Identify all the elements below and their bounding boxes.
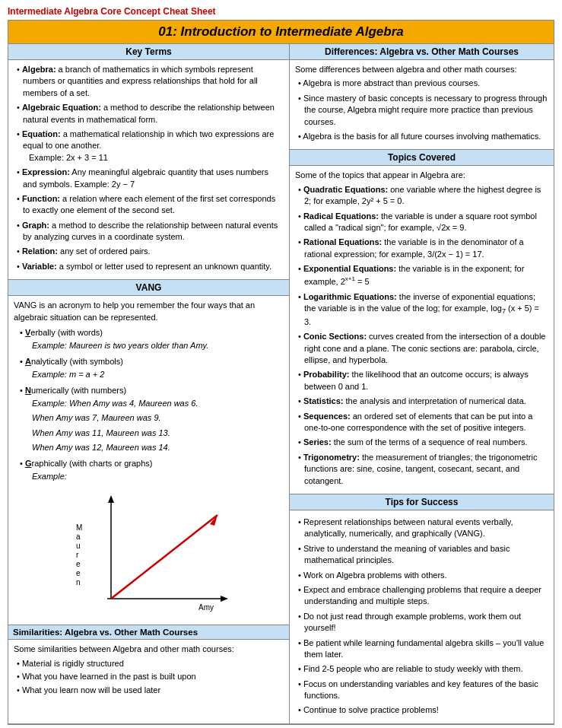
graph-svg: M a u r e e n Amy [65,492,233,614]
vang-verbal-example: Example: Maureen is two years older than… [32,340,284,351]
vang-numerical: • Numerically (with numbers) [20,385,284,396]
svg-text:n: n [76,578,81,587]
vang-numerical-example2: When Amy was 7, Maureen was 9. [32,412,284,424]
vang-analytical: • Analytically (with symbols) [20,356,284,367]
topic-exponential: Exponential Equations: [303,264,396,273]
equation-example: Example: 2x + 3 = 11 [29,153,108,162]
key-terms-content: Algebra: a branch of mathematics in whic… [8,60,289,280]
list-item: Probability: the likelihood that an outc… [295,369,548,393]
tips-content: Represent relationships between natural … [290,510,554,723]
vang-numerical-example3: When Amy was 11, Maureen was 13. [32,428,284,439]
list-item: Strive to understand the meaning of vari… [295,543,548,567]
list-item: What you learn now will be used later [14,685,284,696]
tips-header: Tips for Success [290,494,554,510]
main-title: 01: Introduction to Intermediate Algebra [8,20,554,44]
list-item: Sequences: an ordered set of elements th… [295,411,548,434]
topics-content: Some of the topics that appear in Algebr… [290,166,554,494]
list-item: Logarithmic Equations: the inverse of ex… [295,291,548,329]
vang-v: V [25,328,30,337]
topic-statistics: Statistics: [303,396,344,405]
svg-text:M: M [76,523,82,532]
term-graph: Graph: [22,221,49,230]
term-relation: Relation: [22,246,58,256]
differences-intro: Some differences between algebra and oth… [295,64,548,75]
topic-quadratic: Quadratic Equations: [303,185,388,194]
key-terms-list: Algebra: a branch of mathematics in whic… [14,64,284,272]
vang-graphical-example-label: Example: [32,471,284,482]
similarities-header: Similarities: Algebra vs. Other Math Cou… [8,625,289,640]
term-algebraic-equation: Algebraic Equation: [22,103,101,112]
topic-trigonometry: Trigonometry: [303,453,360,462]
page: Intermediate Algebra Core Concept Cheat … [0,0,562,728]
svg-text:e: e [76,560,81,568]
list-item: Quadratic Equations: one variable where … [295,184,548,208]
term-function: Function: [22,194,60,203]
svg-line-4 [111,515,217,599]
term-expression: Expression: [22,167,70,176]
list-item: Exponential Equations: the variable is i… [295,263,548,288]
term-equation: Equation: [22,129,61,138]
top-title: Intermediate Algebra Core Concept Cheat … [8,6,554,17]
vang-intro: VANG is an acronym to help you remember … [14,300,284,323]
list-item: Algebraic Equation: a method to describe… [14,102,284,126]
topics-list: Quadratic Equations: one variable where … [295,184,548,487]
list-item: Trigonometry: the measurement of triangl… [295,452,548,487]
vang-numerical-example1: Example: When Amy was 4, Maureen was 6. [32,398,284,409]
topic-probability: Probability: [303,370,350,379]
topic-conic: Conic Sections: [303,332,367,341]
list-item: Statistics: the analysis and interpretat… [295,396,548,407]
vang-analytical-example: Example: m = a + 2 [32,369,284,380]
list-item: Since mastery of basic concepts is neces… [295,93,548,128]
similarities-intro: Some similarities between Algebra and ot… [14,644,284,655]
list-item: Algebra is the basis for all future cour… [295,131,548,142]
svg-text:Amy: Amy [198,603,214,612]
left-column: Key Terms Algebra: a branch of mathemati… [8,44,290,723]
list-item: Continue to solve practice problems! [295,704,548,716]
topic-radical: Radical Equations: [303,211,379,221]
vang-content: VANG is an acronym to help you remember … [8,296,289,625]
list-item: Expression: Any meaningful algebraic qua… [14,167,284,190]
list-item: Be patient while learning fundamental al… [295,637,548,661]
differences-header: Differences: Algebra vs. Other Math Cour… [290,44,554,60]
footer: How to Use This Cheat Sheet: These are t… [8,724,554,728]
list-item: What you have learned in the past is bui… [14,671,284,682]
svg-text:a: a [76,532,81,541]
term-algebra: Algebra: [22,65,56,74]
vang-header: VANG [8,280,289,296]
list-item: Equation: a mathematical relationship in… [14,129,284,164]
similarities-content: Some similarities between Algebra and ot… [8,640,289,701]
svg-text:u: u [76,542,81,550]
list-item: Variable: a symbol or letter used to rep… [14,261,284,272]
list-item: Material is rigidly structured [14,658,284,669]
key-terms-header: Key Terms [8,44,289,60]
list-item: Work on Algebra problems with others. [295,570,548,581]
tips-list: Represent relationships between natural … [295,517,548,717]
vang-g: G [25,459,32,468]
list-item: Conic Sections: curves created from the … [295,331,548,366]
list-item: Radical Equations: the variable is under… [295,211,548,234]
differences-content: Some differences between algebra and oth… [290,60,554,150]
topic-sequences: Sequences: [303,412,351,421]
list-item: Algebra is more abstract than previous c… [295,78,548,89]
svg-marker-3 [221,596,228,602]
topic-series: Series: [303,437,332,447]
term-variable: Variable: [22,262,57,271]
list-item: Focus on understanding variables and key… [295,679,548,702]
topic-rational: Rational Equations: [303,237,382,246]
svg-text:r: r [76,551,79,559]
topics-intro: Some of the topics that appear in Algebr… [295,170,548,181]
list-item: Expect and embrace challenging problems … [295,584,548,608]
list-item: Relation: any set of ordered pairs. [14,246,284,257]
list-item: Rational Equations: the variable is in t… [295,237,548,260]
right-column: Differences: Algebra vs. Other Math Cour… [290,44,554,723]
list-item: Graph: a method to describe the relation… [14,220,284,243]
svg-text:e: e [76,569,81,577]
list-item: Series: the sum of the terms of a sequen… [295,437,548,448]
content-area: Key Terms Algebra: a branch of mathemati… [8,44,554,724]
topic-logarithmic: Logarithmic Equations: [303,292,397,301]
differences-list: Algebra is more abstract than previous c… [295,78,548,142]
vang-verbal: • Verbally (with words) [20,327,284,339]
vang-a: A [25,357,31,366]
list-item: Algebra: a branch of mathematics in whic… [14,64,284,99]
graph-area: M a u r e e n Amy [14,485,284,621]
